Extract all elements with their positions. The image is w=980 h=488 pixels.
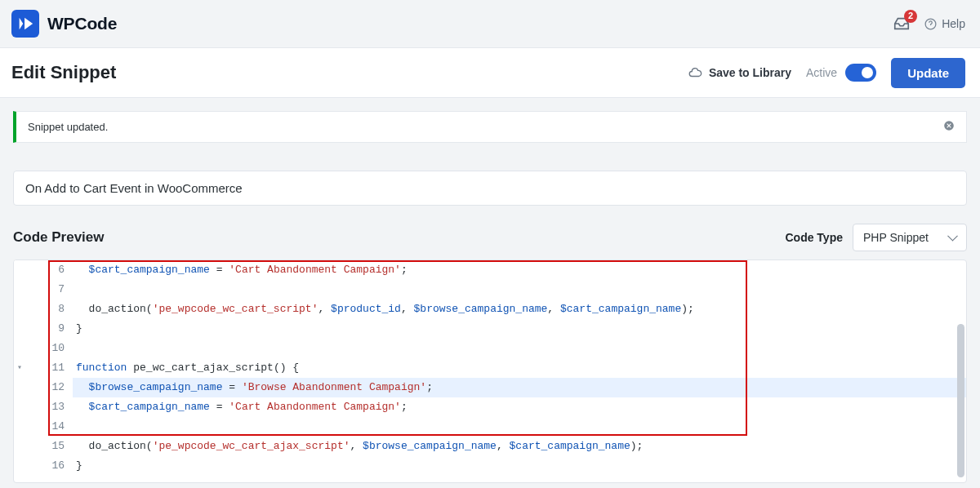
brand: WPCode — [11, 10, 117, 38]
notice-close-button[interactable] — [943, 120, 955, 134]
brand-name: WPCode — [47, 14, 117, 33]
cloud-icon — [688, 65, 702, 80]
notifications-badge: 2 — [904, 10, 917, 23]
code-line: 8 do_action('pe_wpcode_wc_cart_script', … — [14, 299, 966, 319]
notifications-button[interactable]: 2 — [893, 15, 911, 33]
notice-message: Snippet updated. — [28, 121, 108, 133]
code-line: 16} — [14, 456, 966, 476]
help-button[interactable]: Help — [924, 17, 965, 31]
code-line: 9} — [14, 319, 966, 339]
snippet-name-input[interactable]: On Add to Cart Event in WooCommerce — [13, 171, 967, 206]
code-preview-label: Code Preview — [13, 229, 105, 246]
active-label: Active — [806, 66, 837, 79]
code-scroll: 6 $cart_campaign_name = 'Cart Abandonmen… — [14, 260, 966, 482]
code-line: 10 — [14, 339, 966, 358]
scrollbar-vertical[interactable] — [957, 324, 964, 477]
update-button[interactable]: Update — [891, 58, 965, 88]
save-to-library-button[interactable]: Save to Library — [688, 65, 791, 80]
code-editor[interactable]: 6 $cart_campaign_name = 'Cart Abandonmen… — [13, 260, 967, 483]
notice-banner: Snippet updated. — [13, 111, 967, 143]
code-line: 7 — [14, 280, 966, 299]
header-actions: Save to Library Active Update — [688, 58, 965, 88]
code-line: 13 $cart_campaign_name = 'Cart Abandonme… — [14, 397, 966, 417]
active-toggle[interactable] — [845, 64, 876, 82]
content-area: Snippet updated. On Add to Cart Event in… — [0, 98, 980, 483]
code-line: 15 do_action('pe_wpcode_wc_cart_ajax_scr… — [14, 437, 966, 456]
help-icon — [924, 17, 938, 31]
close-icon — [943, 120, 955, 131]
code-line: 6 $cart_campaign_name = 'Cart Abandonmen… — [14, 260, 966, 280]
code-line: ▾11function pe_wc_cart_ajax_script() { — [14, 358, 966, 378]
active-toggle-group: Active — [806, 64, 876, 82]
code-type-label: Code Type — [785, 231, 843, 244]
topbar: WPCode 2 Help — [0, 0, 980, 47]
code-line: 14 — [14, 417, 966, 437]
brand-logo-icon — [11, 10, 39, 38]
help-label: Help — [942, 17, 965, 30]
code-type-select[interactable]: PHP Snippet — [853, 224, 967, 251]
toggle-knob — [862, 67, 873, 78]
code-type-group: Code Type PHP Snippet — [785, 224, 967, 251]
page-title: Edit Snippet — [11, 62, 116, 83]
topbar-right: 2 Help — [893, 15, 965, 33]
header-bar: Edit Snippet Save to Library Active Upda… — [0, 47, 980, 98]
code-type-value: PHP Snippet — [863, 231, 929, 244]
save-to-library-label: Save to Library — [709, 66, 791, 79]
code-line: 12 $browse_campaign_name = 'Browse Aband… — [14, 378, 966, 397]
snippet-name-value: On Add to Cart Event in WooCommerce — [25, 181, 243, 195]
code-header: Code Preview Code Type PHP Snippet — [13, 224, 967, 251]
fold-icon[interactable]: ▾ — [17, 358, 22, 378]
